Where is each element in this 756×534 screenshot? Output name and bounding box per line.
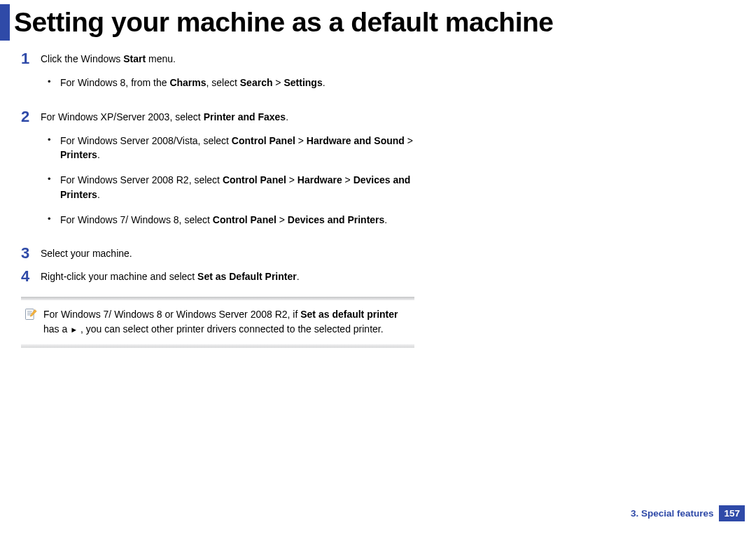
step-number: 3 xyxy=(21,245,41,261)
step-2-bullet-3: For Windows 7/ Windows 8, select Control… xyxy=(41,213,420,227)
footer-page-number: 157 xyxy=(719,505,745,521)
step-3: 3 Select your machine. xyxy=(21,245,420,261)
note-divider-bottom xyxy=(21,344,414,348)
step-1: 1 Click the Windows Start menu. For Wind… xyxy=(21,50,420,101)
step-4: 4 Right-click your machine and select Se… xyxy=(21,268,420,284)
step-number: 2 xyxy=(21,108,41,239)
step-2-text: For Windows XP/Server 2003, select Print… xyxy=(41,111,288,122)
page-title: Setting your machine as a default machin… xyxy=(14,7,554,38)
step-4-text: Right-click your machine and select Set … xyxy=(41,268,420,284)
note-text: For Windows 7/ Windows 8 or Windows Serv… xyxy=(43,307,410,336)
footer-chapter-label: 3. Special features xyxy=(631,508,714,519)
step-1-text: Click the Windows Start menu. xyxy=(41,53,176,64)
title-accent-bar xyxy=(0,4,10,41)
step-number: 4 xyxy=(21,268,41,284)
step-number: 1 xyxy=(21,50,41,101)
step-2-bullet-2: For Windows Server 2008 R2, select Contr… xyxy=(41,173,420,202)
note-icon xyxy=(24,307,43,336)
step-3-text: Select your machine. xyxy=(41,245,420,261)
step-1-bullet-1: For Windows 8, from the Charms, select S… xyxy=(41,76,420,90)
triangle-right-icon: ► xyxy=(70,325,78,334)
step-2: 2 For Windows XP/Server 2003, select Pri… xyxy=(21,108,420,239)
page-footer: 3. Special features 157 xyxy=(631,505,745,521)
note-box: For Windows 7/ Windows 8 or Windows Serv… xyxy=(21,297,414,348)
step-2-bullet-1: For Windows Server 2008/Vista, select Co… xyxy=(41,134,420,162)
